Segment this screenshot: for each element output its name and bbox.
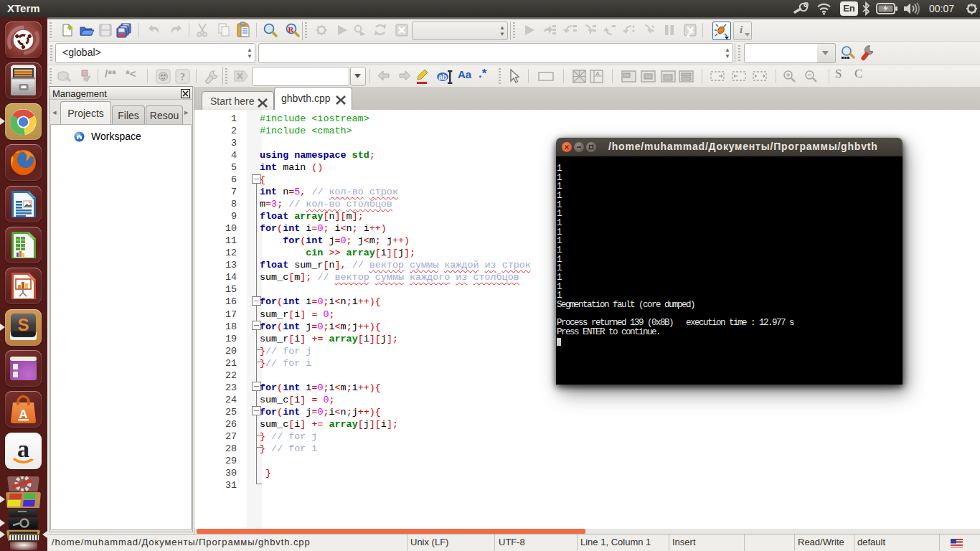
svg-text:?: ? — [180, 72, 185, 83]
svg-text:R: R — [288, 25, 295, 34]
svg-text:A: A — [595, 70, 600, 77]
svg-text:ab: ab — [438, 73, 447, 81]
svg-text:S: S — [17, 315, 29, 334]
svg-text:a: a — [17, 435, 29, 462]
